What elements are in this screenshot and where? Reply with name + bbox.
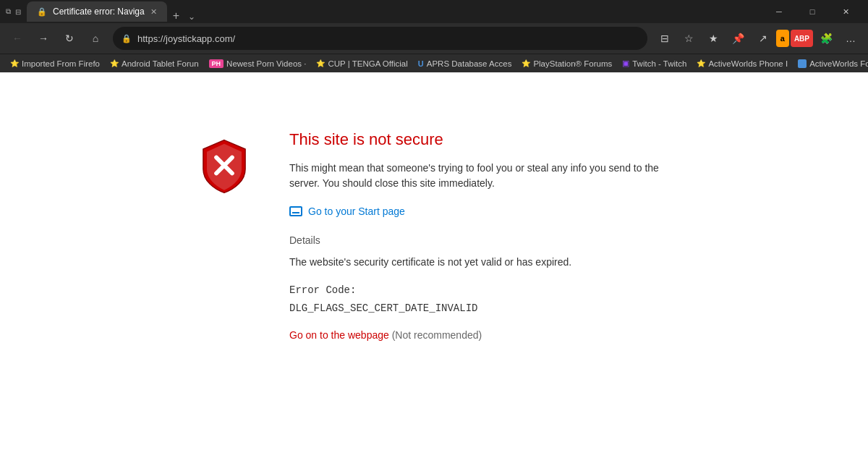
bookmark-tenga[interactable]: ⭐ CUP | TENGA Official [312,58,412,69]
bookmark-star-icon: ⭐ [697,59,705,67]
u-icon: U [418,59,424,68]
go-on-link[interactable]: Go on to the webpage [289,329,389,341]
error-text-area: This site is not secure This might mean … [289,130,673,341]
lock-icon: 🔒 [122,34,132,43]
share-button[interactable]: ↗ [752,27,775,50]
bookmark-label: Twitch - Twitch [632,59,686,68]
title-bar: ⧉ ⊟ 🔒 Certificate error: Naviga ✕ + ⌄ ─ … [0,0,868,23]
error-code-block: Error Code: DLG_FLAGS_SEC_CERT_DATE_INVA… [289,281,673,318]
amazon-button[interactable]: a [776,30,789,47]
close-button[interactable]: ✕ [829,0,862,23]
shield-area [195,130,260,341]
refresh-button[interactable]: ↻ [58,27,81,50]
forward-button[interactable]: → [32,27,55,50]
maximize-button[interactable]: □ [796,0,829,23]
home-button[interactable]: ⌂ [84,27,107,50]
more-button[interactable]: … [839,27,862,50]
nav-bar: ← → ↻ ⌂ 🔒 https://joystickapp.com/ ⊟ ☆ ★… [0,23,868,54]
active-tab[interactable]: 🔒 Certificate error: Naviga ✕ [27,1,167,22]
bookmark-star-icon: ⭐ [10,59,19,67]
bookmark-android[interactable]: ⭐ Android Tablet Forun [106,58,203,69]
go-on-note: (Not recommended) [392,329,482,341]
tab-list-chevron[interactable]: ⌄ [185,12,198,22]
main-content: This site is not secure This might mean … [0,72,868,466]
extensions-button[interactable]: 🧩 [814,27,838,50]
abp-button[interactable]: ABP [791,30,813,47]
bookmark-aw-forums[interactable]: ActiveWorlds Forums [793,58,868,69]
window-icon: ⧉ [6,7,11,16]
tab-close-button[interactable]: ✕ [150,7,157,17]
favorites-button[interactable]: ☆ [678,27,701,50]
title-bar-left: ⧉ ⊟ [6,7,21,16]
minimize-tray-icon: ⊟ [15,8,21,16]
bookmark-star-icon: ⭐ [110,59,119,67]
start-page-link-label: Go to your Start page [308,206,405,217]
back-button[interactable]: ← [6,27,29,50]
url-display: https://joystickapp.com/ [137,33,639,44]
details-label: Details [289,234,673,246]
bookmark-label: ActiveWorlds Forums [809,59,868,68]
bookmarks-bar: ⭐ Imported From Firefo ⭐ Android Tablet … [0,54,868,72]
details-text: The website's security certificate is no… [289,255,673,270]
ph-icon: PH [209,59,224,68]
twitch-icon: ▣ [622,59,629,68]
tab-title: Certificate error: Naviga [53,7,145,17]
bookmark-ph[interactable]: PH Newest Porn Videos · [205,58,311,69]
minimize-button[interactable]: ─ [762,0,796,23]
error-code-label: Error Code: [289,284,356,296]
bookmark-star-icon: ⭐ [316,59,325,67]
bookmark-label: APRS Database Acces [427,59,512,68]
bookmark-label: CUP | TENGA Official [328,59,407,68]
address-bar[interactable]: 🔒 https://joystickapp.com/ [113,27,647,50]
bookmark-label: PlayStation® Forums [533,59,612,68]
pin-button[interactable]: 📌 [727,27,750,50]
error-heading: This site is not secure [289,130,673,149]
new-tab-button[interactable]: + [167,10,185,22]
error-description: This might mean that someone's trying to… [289,161,673,191]
nav-icons-right: ⊟ ☆ ★ 📌 ↗ a ABP 🧩 … [653,27,862,50]
bookmark-twitch[interactable]: ▣ Twitch - Twitch [618,57,691,69]
start-page-icon [289,206,302,216]
reading-view-button[interactable]: ⊟ [653,27,676,50]
tab-favicon: 🔒 [37,7,47,17]
start-page-link[interactable]: Go to your Start page [289,206,673,217]
bookmark-star-icon: ⭐ [522,59,530,67]
error-container: This site is not secure This might mean … [181,130,687,341]
bookmark-aprs[interactable]: U APRS Database Acces [414,58,516,69]
bookmark-playstation[interactable]: ⭐ PlayStation® Forums [517,58,616,69]
aw-icon [798,59,807,68]
go-on-link-area: Go on to the webpage (Not recommended) [289,329,673,341]
bookmark-aw-phone[interactable]: ⭐ ActiveWorlds Phone I [692,58,792,69]
bookmark-label: ActiveWorlds Phone I [708,59,788,68]
favorites-hub-button[interactable]: ★ [702,27,726,50]
error-code-value: DLG_FLAGS_SEC_CERT_DATE_INVALID [289,302,477,314]
bookmark-imported[interactable]: ⭐ Imported From Firefo [6,58,104,69]
bookmark-label: Android Tablet Forun [122,59,199,68]
tab-area: 🔒 Certificate error: Naviga ✕ + ⌄ [27,1,762,22]
security-warning-shield-icon [195,137,253,195]
bookmark-label: Newest Porn Videos · [226,59,306,68]
bookmark-label: Imported From Firefo [22,59,100,68]
window-controls: ─ □ ✕ [762,0,862,23]
